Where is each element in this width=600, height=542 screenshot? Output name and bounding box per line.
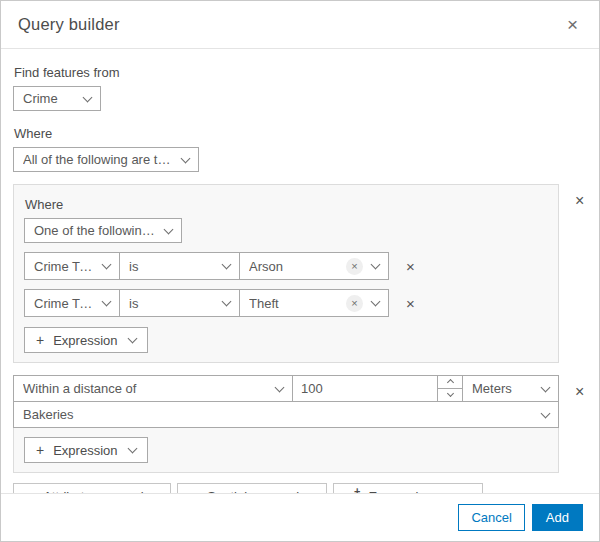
delete-group-icon[interactable]: × <box>571 382 588 402</box>
operator-select-value: is <box>129 296 214 311</box>
chevron-down-icon <box>541 382 551 392</box>
value-select-value: Theft <box>249 296 340 311</box>
expression-group-1-wrap: Where One of the following are tr… Crime… <box>13 184 587 363</box>
chevron-down-icon <box>127 444 137 454</box>
value-select[interactable]: Theft × <box>239 289 389 317</box>
target-layer-select[interactable]: Bakeries <box>13 401 559 428</box>
expression-group-1: Where One of the following are tr… Crime… <box>13 184 559 363</box>
chevron-down-icon <box>222 260 232 270</box>
expression-row-1: Crime Type is Arson × × <box>24 252 548 280</box>
add-button[interactable]: Add <box>532 504 583 531</box>
plus-icon: + <box>36 443 44 457</box>
top-operator-value: All of the following are true <box>23 152 173 167</box>
chevron-down-icon <box>127 334 137 344</box>
builder-actions: + Attribute expression + Spatial express… <box>13 483 587 493</box>
field-select[interactable]: Crime Type <box>24 252 120 280</box>
chevron-down-icon <box>164 224 174 234</box>
expression-group-2: Within a distance of Meters <box>13 375 559 473</box>
value-select-value: Arson <box>249 259 340 274</box>
field-select-value: Crime Type <box>34 259 94 274</box>
chevron-down-icon <box>181 153 191 163</box>
where-label: Where <box>14 126 587 141</box>
group1-operator-value: One of the following are tr… <box>34 223 156 238</box>
dialog-body: Find features from Crime Where All of th… <box>1 49 599 493</box>
add-spatial-expression-button[interactable]: + Spatial expression <box>177 483 326 493</box>
dialog-footer: Cancel Add <box>1 493 599 541</box>
add-expression-label: Expression <box>53 443 117 458</box>
find-features-label: Find features from <box>14 65 587 80</box>
cancel-button[interactable]: Cancel <box>458 504 524 531</box>
remove-value-icon[interactable]: × <box>346 258 363 275</box>
spatial-operator-value: Within a distance of <box>23 381 267 396</box>
chevron-down-icon <box>371 297 381 307</box>
group1-where-label: Where <box>25 197 548 212</box>
value-select[interactable]: Arson × <box>239 252 389 280</box>
add-expression-group-button[interactable]: + Expression group <box>333 483 483 493</box>
close-icon[interactable]: × <box>563 13 582 36</box>
chevron-down-icon <box>275 382 285 392</box>
stepper-up-button[interactable] <box>438 376 462 389</box>
top-operator-select[interactable]: All of the following are true <box>13 147 199 172</box>
operator-select[interactable]: is <box>119 289 240 317</box>
query-builder-dialog: Query builder × Find features from Crime… <box>0 0 600 542</box>
chevron-down-icon <box>371 260 381 270</box>
dialog-header: Query builder × <box>1 1 599 49</box>
chevron-down-icon <box>222 297 232 307</box>
stepper-down-button[interactable] <box>438 389 462 402</box>
chevron-down-icon <box>83 92 93 102</box>
layer-select[interactable]: Crime <box>13 86 101 111</box>
expression-group-2-wrap: Within a distance of Meters <box>13 375 587 473</box>
add-expression-button[interactable]: + Expression <box>24 437 148 463</box>
chevron-down-icon <box>446 390 453 397</box>
field-select[interactable]: Crime Type <box>24 289 120 317</box>
field-select-value: Crime Type <box>34 296 94 311</box>
group1-operator-select[interactable]: One of the following are tr… <box>24 218 182 243</box>
expression-group-icon: + <box>346 490 360 494</box>
unit-select[interactable]: Meters <box>462 375 559 402</box>
expression-row-2: Crime Type is Theft × × <box>24 289 548 317</box>
plus-icon: + <box>36 333 44 347</box>
delete-group-icon[interactable]: × <box>571 191 588 211</box>
chevron-up-icon <box>446 379 453 386</box>
distance-stepper[interactable] <box>437 375 463 402</box>
layer-select-value: Crime <box>23 91 75 106</box>
delete-expression-icon[interactable]: × <box>402 294 419 313</box>
dialog-title: Query builder <box>18 15 120 34</box>
spatial-operator-select[interactable]: Within a distance of <box>13 375 293 402</box>
remove-value-icon[interactable]: × <box>346 295 363 312</box>
add-expression-label: Expression <box>53 333 117 348</box>
add-expression-button[interactable]: + Expression <box>24 327 148 353</box>
operator-select[interactable]: is <box>119 252 240 280</box>
delete-expression-icon[interactable]: × <box>402 257 419 276</box>
unit-select-value: Meters <box>472 381 533 396</box>
target-layer-value: Bakeries <box>23 407 533 422</box>
chevron-down-icon <box>102 297 112 307</box>
chevron-down-icon <box>541 408 551 418</box>
add-attribute-expression-button[interactable]: + Attribute expression <box>13 483 171 493</box>
distance-input[interactable] <box>292 375 438 402</box>
chevron-down-icon <box>102 260 112 270</box>
operator-select-value: is <box>129 259 214 274</box>
